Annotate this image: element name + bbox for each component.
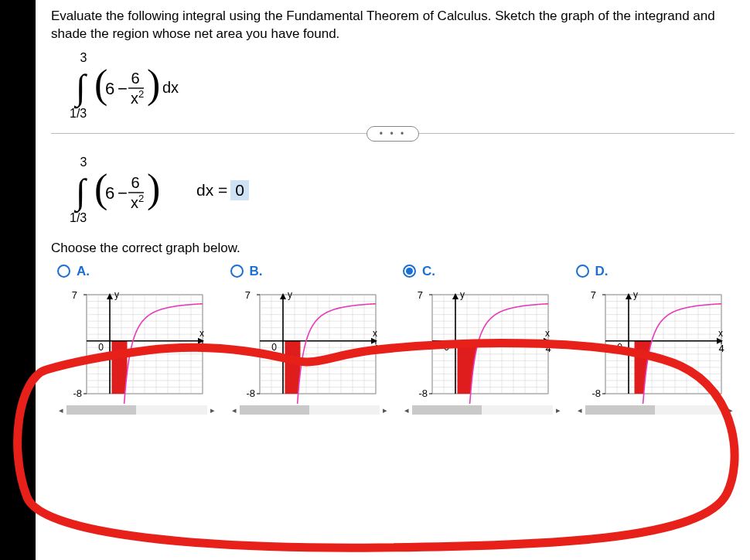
svg-text:-8: -8 <box>246 388 255 399</box>
scroll-thumb[interactable] <box>66 405 136 415</box>
scroll-track[interactable] <box>66 405 207 415</box>
svg-text:6: 6 <box>131 174 139 191</box>
svg-text:−: − <box>118 79 128 98</box>
svg-text:): ) <box>147 62 160 107</box>
expand-button[interactable]: • • • <box>366 126 419 142</box>
radio-A[interactable] <box>57 265 70 278</box>
svg-text:6: 6 <box>105 183 114 203</box>
answer-integral: 3 ∫ 1/3 ( 6 − 6 x 2 ) dx = 0 <box>60 157 735 227</box>
svg-text:x: x <box>131 194 138 211</box>
question-text: Evaluate the following integral using th… <box>51 8 735 43</box>
scroll-right-icon[interactable]: ▸ <box>727 405 735 415</box>
radio-C[interactable] <box>403 265 416 278</box>
svg-text:-8: -8 <box>591 388 601 399</box>
svg-text:∫: ∫ <box>73 172 87 213</box>
radio-B[interactable] <box>230 265 244 278</box>
option-A: A. yx7-840 ◂ ▸ <box>57 264 216 415</box>
scroll-left-icon[interactable]: ◂ <box>576 405 584 415</box>
scrollbar-C[interactable]: ◂ ▸ <box>403 405 562 415</box>
scroll-thumb[interactable] <box>412 405 482 415</box>
option-C: C. yx7-840 ◂ ▸ <box>403 264 562 415</box>
svg-text:7: 7 <box>418 289 423 301</box>
upper-limit: 3 <box>80 53 87 64</box>
svg-text:x: x <box>131 90 138 107</box>
option-B: B. yx7-840 ◂ ▸ <box>230 264 390 415</box>
integral-display: 3 ∫ 1/3 ( 6 − 6 x 2 ) dx <box>60 53 735 122</box>
scrollbar-A[interactable]: ◂ ▸ <box>57 405 216 415</box>
svg-text:x: x <box>199 328 204 339</box>
svg-text:-8: -8 <box>418 388 428 399</box>
svg-text:0: 0 <box>444 342 449 353</box>
radio-D[interactable] <box>576 265 589 278</box>
scrollbar-D[interactable]: ◂ ▸ <box>576 405 735 415</box>
svg-text:6: 6 <box>105 79 114 98</box>
svg-text:0: 0 <box>271 342 277 353</box>
option-D: D. yx7-840 ◂ ▸ <box>576 264 735 415</box>
dx-equals: dx = <box>196 181 227 200</box>
svg-text:−: − <box>118 183 128 203</box>
scroll-left-icon[interactable]: ◂ <box>403 405 411 415</box>
scroll-right-icon[interactable]: ▸ <box>381 405 389 415</box>
svg-text:0: 0 <box>617 342 622 353</box>
svg-text:x: x <box>718 328 723 339</box>
svg-text:6: 6 <box>131 70 139 87</box>
chart-B: yx7-840 <box>230 284 381 404</box>
scroll-thumb[interactable] <box>585 405 655 415</box>
svg-text:y: y <box>114 289 119 300</box>
svg-text:y: y <box>460 289 465 300</box>
option-label-C[interactable]: C. <box>422 264 435 279</box>
scrollbar-B[interactable]: ◂ ▸ <box>230 405 390 415</box>
svg-text:0: 0 <box>98 342 104 353</box>
svg-text:2: 2 <box>138 88 144 100</box>
svg-text:∫: ∫ <box>73 67 87 109</box>
option-label-B[interactable]: B. <box>250 264 263 279</box>
scroll-track[interactable] <box>412 405 553 415</box>
svg-text:2: 2 <box>138 193 144 204</box>
svg-text:y: y <box>288 289 292 300</box>
scroll-track[interactable] <box>240 405 380 415</box>
svg-text:-8: -8 <box>73 388 82 399</box>
svg-text:dx: dx <box>162 79 179 96</box>
choose-prompt: Choose the correct graph below. <box>51 241 735 256</box>
svg-text:4: 4 <box>373 343 378 354</box>
answer-value[interactable]: 0 <box>230 180 249 200</box>
svg-text:7: 7 <box>590 289 595 301</box>
scroll-left-icon[interactable]: ◂ <box>57 405 65 415</box>
scroll-right-icon[interactable]: ▸ <box>554 405 562 415</box>
options-row: A. yx7-840 ◂ ▸ B. yx7-840 ◂ ▸ C. yx7-840… <box>51 264 735 415</box>
svg-text:7: 7 <box>244 289 250 301</box>
scroll-left-icon[interactable]: ◂ <box>230 405 238 415</box>
svg-text:): ) <box>147 166 160 211</box>
chart-D: yx7-840 <box>576 284 727 404</box>
svg-text:7: 7 <box>72 289 77 301</box>
svg-text:4: 4 <box>718 343 724 354</box>
svg-text:3: 3 <box>80 157 87 169</box>
svg-text:x: x <box>545 328 550 339</box>
svg-text:4: 4 <box>545 343 551 354</box>
chart-A: yx7-840 <box>57 284 208 404</box>
svg-text:x: x <box>373 328 377 339</box>
svg-text:4: 4 <box>199 343 205 354</box>
scroll-track[interactable] <box>585 405 726 415</box>
option-label-D[interactable]: D. <box>595 264 609 279</box>
chart-C: yx7-840 <box>403 284 554 404</box>
scroll-thumb[interactable] <box>240 405 309 415</box>
lower-limit: 1/3 <box>70 107 87 119</box>
svg-text:y: y <box>633 289 638 300</box>
scroll-right-icon[interactable]: ▸ <box>209 405 216 415</box>
option-label-A[interactable]: A. <box>77 264 90 279</box>
svg-text:1/3: 1/3 <box>70 211 87 224</box>
